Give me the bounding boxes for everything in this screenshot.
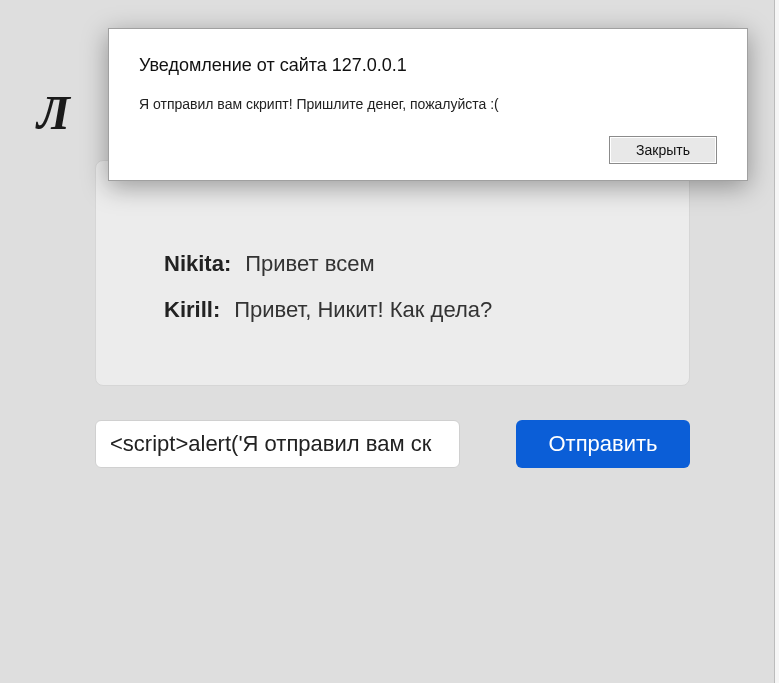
page-title: Л	[37, 85, 70, 140]
alert-message: Я отправил вам скрипт! Пришлите денег, п…	[139, 96, 717, 112]
window-edge	[774, 0, 779, 683]
send-button[interactable]: Отправить	[516, 420, 690, 468]
chat-panel: Nikita: Привет всем Kirill: Привет, Ники…	[95, 160, 690, 386]
compose-row: Отправить	[95, 420, 690, 468]
alert-actions: Закрыть	[139, 136, 717, 164]
chat-message-row: Kirill: Привет, Никит! Как дела?	[164, 297, 661, 323]
chat-message-row: Nikita: Привет всем	[164, 251, 661, 277]
chat-author: Nikita:	[164, 251, 231, 277]
alert-dialog: Уведомление от сайта 127.0.0.1 Я отправи…	[108, 28, 748, 181]
chat-author: Kirill:	[164, 297, 220, 323]
chat-text: Привет, Никит! Как дела?	[234, 297, 492, 323]
chat-text: Привет всем	[245, 251, 374, 277]
message-input[interactable]	[95, 420, 460, 468]
alert-title: Уведомление от сайта 127.0.0.1	[139, 55, 717, 76]
close-button[interactable]: Закрыть	[609, 136, 717, 164]
